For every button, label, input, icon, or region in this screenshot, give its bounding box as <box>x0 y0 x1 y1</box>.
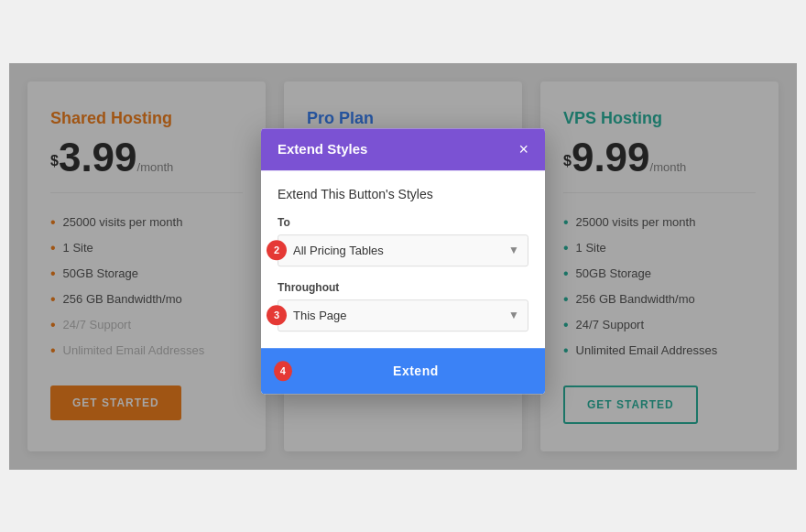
modal-title: Extend Styles <box>278 141 367 157</box>
extend-styles-modal: Extend Styles × Extend This Button's Sty… <box>261 128 545 394</box>
to-field-group: To 2 All Pricing Tables This Table Only … <box>278 216 528 266</box>
step-badge-2: 2 <box>267 240 287 260</box>
modal-body: Extend This Button's Styles To 2 All Pri… <box>261 170 545 331</box>
extend-button[interactable]: Extend <box>300 364 532 378</box>
throughout-select-wrapper: 3 This Page All Pages Selected Pages ▼ <box>278 299 528 331</box>
modal-header: Extend Styles × <box>261 128 545 170</box>
modal-footer: 4 Extend <box>261 348 545 394</box>
throughout-label: Throughout <box>278 281 528 294</box>
to-select[interactable]: All Pricing Tables This Table Only All M… <box>278 234 528 266</box>
modal-subtitle: Extend This Button's Styles <box>278 187 528 201</box>
modal-close-button[interactable]: × <box>518 141 528 157</box>
step-badge-3: 3 <box>267 305 287 325</box>
modal-footer-row: 4 Extend <box>274 361 532 381</box>
pricing-area: Shared Hosting $3.99/month 25000 visits … <box>9 63 797 470</box>
to-select-wrapper: 2 All Pricing Tables This Table Only All… <box>278 234 528 266</box>
throughout-field-group: Throughout 3 This Page All Pages Selecte… <box>278 281 528 331</box>
throughout-select[interactable]: This Page All Pages Selected Pages <box>278 299 528 331</box>
to-label: To <box>278 216 528 229</box>
step-badge-4: 4 <box>274 361 292 381</box>
